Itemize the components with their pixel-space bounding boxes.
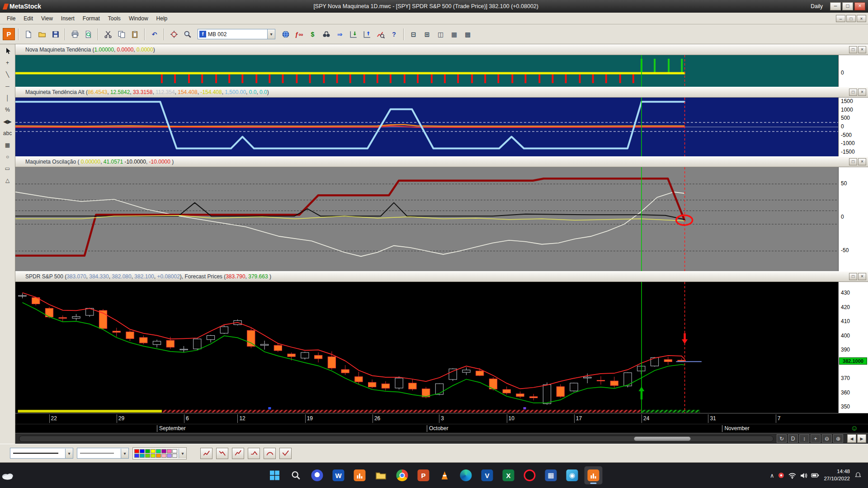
menu-edit[interactable]: Edit — [19, 14, 37, 23]
vlc-icon[interactable] — [436, 466, 454, 484]
tile-vertical-button[interactable]: ◫ — [434, 28, 447, 40]
forecaster-button[interactable]: ⇒ — [334, 28, 346, 40]
notification-bell-icon[interactable] — [854, 472, 862, 479]
color-swatch[interactable] — [156, 454, 161, 458]
open-button[interactable] — [36, 28, 48, 40]
tool-scroll-arrows[interactable]: ◀▶ — [2, 116, 14, 127]
close-button[interactable]: × — [854, 2, 865, 10]
panel-restore-button[interactable]: □ — [849, 158, 857, 165]
chart-wizard-button[interactable] — [374, 28, 387, 40]
trend-tool-6-button[interactable] — [279, 448, 292, 459]
search-button[interactable] — [287, 466, 305, 484]
panel-close-button[interactable]: × — [858, 273, 866, 280]
scale-price[interactable]: 430420410400390370360350382.1000 — [838, 282, 868, 413]
zoom-button[interactable] — [181, 28, 193, 40]
color-swatch[interactable] — [151, 454, 156, 458]
color-swatch[interactable] — [172, 449, 177, 453]
chevron-down-icon[interactable]: ▾ — [121, 449, 128, 458]
menu-view[interactable]: View — [37, 14, 57, 23]
downloader-button[interactable] — [347, 28, 359, 40]
workspace-button[interactable]: ▩ — [462, 28, 474, 40]
menu-tools[interactable]: Tools — [104, 14, 125, 23]
scan-button[interactable] — [320, 28, 332, 40]
plot-trend-alt[interactable] — [15, 98, 838, 156]
plot-price[interactable] — [15, 282, 838, 413]
child-restore-button[interactable]: □ — [846, 15, 856, 22]
plot-trend[interactable] — [15, 55, 838, 87]
color-swatch[interactable] — [172, 454, 177, 458]
tool-crosshair[interactable]: + — [2, 57, 14, 68]
tool-pointer[interactable] — [2, 46, 14, 56]
wifi-icon[interactable] — [788, 472, 796, 479]
periodicity-button[interactable]: D — [788, 434, 798, 443]
undo-button[interactable]: ↶ — [148, 28, 160, 40]
visual-studio-icon[interactable]: V — [478, 466, 496, 484]
layout-combo[interactable]: fMB 002▾ — [198, 29, 275, 39]
save-button[interactable] — [49, 28, 61, 40]
scale-osc[interactable]: 500-50 — [838, 167, 868, 271]
scroll-right-button[interactable]: ▶ — [857, 434, 866, 443]
color-swatch[interactable] — [151, 449, 156, 453]
explorer-button[interactable] — [279, 28, 292, 40]
panel-close-button[interactable]: × — [858, 46, 866, 53]
scroll-left-button[interactable]: ◀ — [847, 434, 856, 443]
battery-icon[interactable] — [811, 471, 819, 479]
tool-grid[interactable]: ▦ — [2, 140, 14, 150]
tray-record-icon[interactable] — [778, 472, 785, 479]
system-clock[interactable]: 14:48 27/10/2022 — [824, 468, 850, 482]
menu-window[interactable]: Window — [125, 14, 152, 23]
tool-percent[interactable]: % — [2, 104, 14, 115]
copy-button[interactable] — [115, 28, 127, 40]
zoom-out-button[interactable]: ⊖ — [822, 434, 832, 443]
color-swatch[interactable] — [134, 449, 139, 453]
menu-format[interactable]: Format — [79, 14, 104, 23]
color-swatch[interactable] — [167, 454, 172, 458]
power-console-button[interactable]: P — [3, 28, 15, 40]
line-style-combo[interactable]: ▾ — [10, 448, 73, 459]
color-swatch[interactable] — [134, 454, 139, 458]
tool-trendline[interactable]: ╲ — [2, 69, 14, 80]
horizontal-scrollbar[interactable] — [19, 436, 774, 442]
child-minimize-button[interactable]: – — [836, 15, 845, 22]
chrome-icon[interactable] — [393, 466, 411, 484]
indicator-builder-button[interactable]: ƒ∞ — [293, 28, 305, 40]
tray-chevron-icon[interactable]: ∧ — [770, 472, 774, 479]
new-chart-button[interactable] — [22, 28, 34, 40]
chevron-down-icon[interactable]: ▾ — [267, 29, 275, 39]
tool-text[interactable]: abc — [2, 128, 14, 139]
color-swatch[interactable] — [161, 454, 166, 458]
color-swatch[interactable] — [140, 454, 145, 458]
tool-vertical-line[interactable]: │ — [2, 93, 14, 103]
print-preview-button[interactable] — [82, 28, 94, 40]
panel-close-button[interactable]: × — [858, 158, 866, 165]
metastock-downloader-icon[interactable] — [351, 466, 369, 484]
scale-trend-alt[interactable]: 150010005000-500-1000-1500 — [838, 98, 868, 156]
tool-rectangle[interactable]: ▭ — [2, 163, 14, 174]
color-swatch[interactable] — [156, 449, 161, 453]
help-button[interactable]: ? — [388, 28, 400, 40]
tool-horizontal-line[interactable]: ─ — [2, 81, 14, 92]
trend-tool-2-button[interactable] — [216, 448, 228, 459]
color-palette[interactable]: ▾ — [132, 447, 187, 460]
maximize-button[interactable]: □ — [842, 2, 853, 10]
chevron-down-icon[interactable]: ▾ — [65, 449, 73, 458]
metastock-icon[interactable] — [585, 466, 603, 484]
color-swatch[interactable] — [145, 454, 150, 458]
child-close-button[interactable]: × — [857, 15, 866, 22]
smiley-status-icon[interactable]: ☺ — [851, 424, 858, 432]
file-explorer-icon[interactable] — [372, 466, 390, 484]
minimize-button[interactable]: – — [830, 2, 841, 10]
weather-widget[interactable] — [0, 470, 99, 481]
vertical-scale-button[interactable]: ↕ — [799, 434, 809, 443]
paste-button[interactable] — [129, 28, 141, 40]
cut-button[interactable] — [102, 28, 114, 40]
crosshair-button[interactable] — [168, 28, 180, 40]
pan-mode-button[interactable]: + — [811, 434, 821, 443]
plot-osc[interactable] — [15, 167, 838, 271]
scrollbar-thumb[interactable] — [634, 436, 691, 441]
panel-restore-button[interactable]: □ — [849, 46, 857, 53]
time-axis[interactable]: 222961219263101724317 SeptemberOctoberNo… — [15, 413, 868, 433]
scale-trend[interactable]: 0 — [838, 55, 868, 87]
expert-advisor-button[interactable]: $ — [307, 28, 319, 40]
panel-restore-button[interactable]: □ — [849, 89, 857, 96]
